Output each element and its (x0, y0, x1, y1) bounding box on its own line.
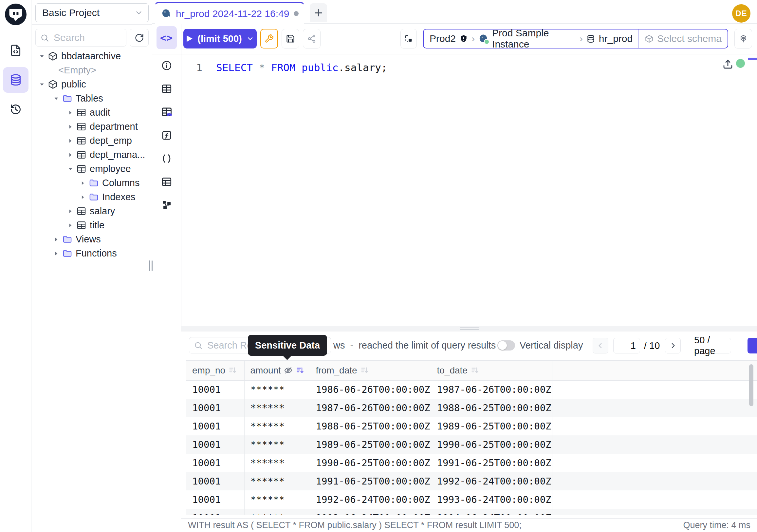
column-header-amount[interactable]: amount (244, 361, 310, 380)
schema-selector[interactable]: Select schema (639, 33, 728, 44)
tree-item-audit[interactable]: audit (32, 106, 152, 120)
vertical-display-toggle[interactable] (497, 340, 515, 351)
column-header-to_date[interactable]: to_date (431, 361, 552, 380)
table-search-button[interactable] (157, 102, 176, 122)
table-row[interactable]: 10001******1991-06-25T00:00:00Z1992-06-2… (186, 472, 757, 490)
tree-item-empty[interactable]: <Empty> (32, 63, 152, 77)
caret-right-icon[interactable] (68, 124, 73, 130)
caret-down-icon[interactable] (39, 81, 45, 87)
table-cell[interactable]: 1990-06-25T00:00:00Z (431, 435, 552, 454)
caret-down-icon[interactable] (39, 53, 45, 59)
table-cell[interactable]: 10001 (186, 472, 244, 490)
export-button[interactable] (747, 338, 757, 354)
table-cell[interactable]: 10001 (186, 399, 244, 417)
caret-right-icon[interactable] (53, 236, 59, 242)
sort-descending-icon[interactable] (470, 366, 479, 375)
sidebar-search[interactable] (35, 29, 126, 47)
save-button[interactable] (282, 29, 299, 48)
schema-diagram-button[interactable] (157, 195, 176, 215)
table-cell[interactable]: ****** (244, 417, 310, 435)
table-cell[interactable]: 10001 (186, 380, 244, 399)
table-cell[interactable]: 10001 (186, 490, 244, 509)
caret-right-icon[interactable] (68, 152, 73, 158)
tree-item-bbdataarchive[interactable]: bbdataarchive (32, 49, 152, 63)
caret-down-icon[interactable] (53, 96, 59, 102)
table-cell[interactable]: 10001 (186, 454, 244, 472)
table-cell[interactable]: 1991-06-25T00:00:00Z (431, 454, 552, 472)
table-scrollbar-thumb[interactable] (749, 364, 753, 406)
table-cell[interactable]: 1988-06-25T00:00:00Z (310, 417, 431, 435)
bytebase-logo[interactable] (4, 3, 27, 26)
table-cell[interactable]: 1993-06-24T00:00:00Z (431, 490, 552, 509)
sort-descending-icon[interactable] (228, 366, 237, 375)
table-cell[interactable]: 1992-06-24T00:00:00Z (310, 490, 431, 509)
prev-page-button[interactable] (592, 338, 608, 354)
table-row[interactable]: 10001******1993-06-24T00:00:00Z1994-06-2… (186, 509, 757, 515)
databases-nav-button[interactable] (3, 67, 28, 93)
table-cell[interactable]: 1990-06-25T00:00:00Z (310, 454, 431, 472)
table-row[interactable]: 10001******1990-06-25T00:00:00Z1991-06-2… (186, 454, 757, 472)
next-page-button[interactable] (665, 338, 681, 354)
upload-icon[interactable] (722, 58, 734, 70)
tree-item-columns[interactable]: Columns (32, 176, 152, 190)
tree-item-dept-mana[interactable]: dept_mana... (32, 148, 152, 162)
table-cell[interactable]: 1992-06-24T00:00:00Z (431, 472, 552, 490)
table-cell[interactable]: 10001 (186, 435, 244, 454)
table-cell[interactable]: ****** (244, 472, 310, 490)
sort-descending-icon[interactable] (296, 366, 305, 375)
caret-right-icon[interactable] (68, 110, 73, 116)
table-cell[interactable]: ****** (244, 399, 310, 417)
table-row[interactable]: 10001******1992-06-24T00:00:00Z1993-06-2… (186, 490, 757, 509)
sidebar-search-input[interactable] (53, 32, 121, 44)
table-row[interactable]: 10001******1986-06-26T00:00:00Z1987-06-2… (186, 380, 757, 399)
tree-item-salary[interactable]: salary (32, 204, 152, 218)
tree-item-employee[interactable]: employee (32, 162, 152, 176)
history-nav-button[interactable] (3, 97, 28, 122)
sort-descending-icon[interactable] (360, 366, 369, 375)
caret-right-icon[interactable] (68, 208, 73, 214)
tree-item-department[interactable]: department (32, 120, 152, 134)
worksheet-tab[interactable]: hr_prod 2024-11-22 16:49 (155, 2, 304, 24)
run-query-button[interactable]: (limit 500) (183, 29, 257, 48)
batch-query-button[interactable] (401, 29, 417, 48)
table-row[interactable]: 10001******1989-06-25T00:00:00Z1990-06-2… (186, 435, 757, 454)
table-cell[interactable]: ****** (244, 490, 310, 509)
parentheses-button[interactable] (157, 149, 176, 169)
tree-item-indexes[interactable]: Indexes (32, 190, 152, 204)
table-cell[interactable]: 1986-06-26T00:00:00Z (310, 380, 431, 399)
table-cell[interactable]: 1987-06-26T00:00:00Z (310, 399, 431, 417)
table-cell[interactable]: 1994-06-24T00:00:00Z (431, 509, 552, 515)
table-row[interactable]: 10001******1987-06-26T00:00:00Z1988-06-2… (186, 399, 757, 417)
caret-right-icon[interactable] (80, 194, 86, 200)
column-header-emp_no[interactable]: emp_no (186, 361, 244, 380)
tree-item-views[interactable]: Views (32, 232, 152, 246)
caret-right-icon[interactable] (80, 180, 86, 186)
table-cell[interactable]: 1993-06-24T00:00:00Z (310, 509, 431, 515)
tree-item-public[interactable]: public (32, 77, 152, 91)
table-info-button[interactable] (157, 79, 176, 99)
results-resize-handle[interactable] (181, 326, 757, 331)
connection-breadcrumb[interactable]: Prod2 › Prod Sample Instance › (423, 29, 728, 48)
table-cell[interactable]: ****** (244, 454, 310, 472)
query-options-button[interactable] (260, 29, 278, 48)
share-button[interactable] (303, 29, 320, 48)
refresh-schema-button[interactable] (130, 29, 149, 47)
tree-item-functions[interactable]: Functions (32, 246, 152, 261)
table-cell[interactable]: ****** (244, 509, 310, 515)
caret-right-icon[interactable] (68, 222, 73, 228)
column-header-from_date[interactable]: from_date (310, 361, 431, 380)
tree-item-title[interactable]: title (32, 218, 152, 232)
page-input[interactable] (613, 338, 640, 354)
table-row[interactable]: 10001******1988-06-25T00:00:00Z1989-06-2… (186, 417, 757, 435)
table-cell[interactable]: 1988-06-25T00:00:00Z (431, 399, 552, 417)
table-cell[interactable]: ****** (244, 435, 310, 454)
table-cell[interactable]: 1991-06-25T00:00:00Z (310, 472, 431, 490)
table-cell[interactable]: 10001 (186, 417, 244, 435)
user-avatar[interactable]: DE (732, 4, 750, 23)
table-list-button[interactable] (157, 172, 176, 192)
worksheet-nav-button[interactable] (3, 38, 28, 63)
table-cell[interactable]: 1987-06-26T00:00:00Z (431, 380, 552, 399)
page-size-select[interactable]: 50 / page (694, 338, 731, 354)
table-cell[interactable]: ****** (244, 380, 310, 399)
function-button[interactable] (157, 125, 176, 145)
